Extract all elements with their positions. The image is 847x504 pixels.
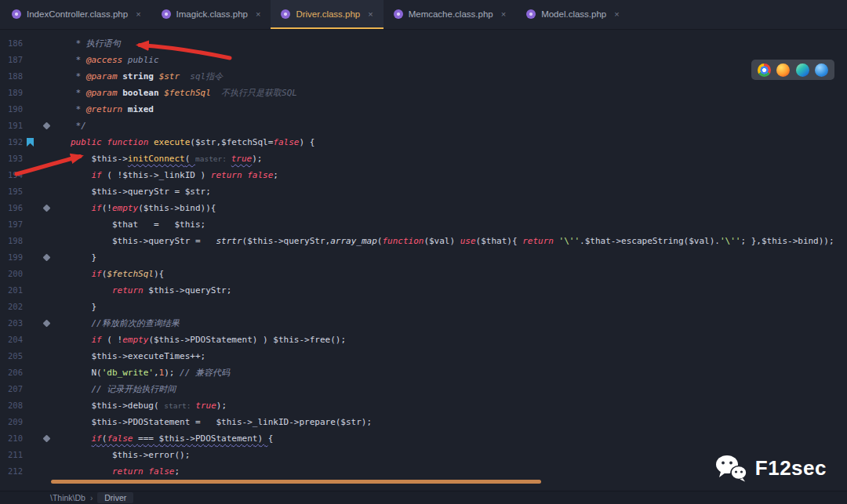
edge-icon[interactable]	[796, 63, 809, 77]
code-row[interactable]: 193 $this->initConnect( master: true);	[0, 150, 847, 167]
code-row[interactable]: 199 }	[0, 249, 847, 266]
close-icon[interactable]: ×	[136, 9, 140, 19]
line-number: 200	[0, 266, 27, 282]
code-row[interactable]: 203 //释放前次的查询结果	[0, 315, 847, 332]
code-row[interactable]: 196 if(!empty($this->bind)){	[0, 200, 847, 216]
code-line: $this->queryStr = $str;	[71, 183, 211, 200]
code-row[interactable]: 194 if ( !$this->_linkID ) return false;	[0, 167, 847, 183]
browser-toolbar	[751, 60, 834, 80]
blue-browser-icon[interactable]	[815, 63, 828, 77]
gutter-slot	[44, 364, 64, 381]
code-row[interactable]: 192public function execute($str,$fetchSq…	[0, 134, 847, 150]
gutter-slot	[44, 447, 64, 463]
code-line: $this->initConnect( master: true);	[71, 150, 262, 167]
close-icon[interactable]: ×	[614, 9, 619, 19]
code-row[interactable]: 210 if(false === $this->PDOStatement) {	[0, 430, 847, 447]
code-line: public function execute($str,$fetchSql=f…	[71, 134, 314, 150]
breadcrumb-root[interactable]: \Think\Db	[50, 493, 85, 502]
code-line: return $this->queryStr;	[71, 282, 231, 299]
gutter-slot	[27, 35, 44, 52]
line-number: 189	[0, 85, 27, 101]
line-number: 197	[0, 216, 27, 233]
gutter-slot	[27, 233, 44, 249]
gutter-slot	[44, 299, 64, 315]
horizontal-scrollbar[interactable]	[51, 480, 541, 484]
line-number: 193	[0, 150, 27, 167]
gutter-slot	[44, 249, 64, 266]
fold-marker-icon[interactable]	[43, 254, 51, 262]
gutter-slot	[27, 397, 44, 414]
code-row[interactable]: 188 * @param string $str sql指令	[0, 68, 847, 85]
code-row[interactable]: 202 }	[0, 299, 847, 315]
code-row[interactable]: 191 */	[0, 118, 847, 134]
code-line: if($fetchSql){	[71, 266, 164, 282]
gutter-slot	[44, 85, 64, 101]
gutter-slot	[27, 299, 44, 315]
line-number: 201	[0, 282, 27, 299]
code-row[interactable]: 205 $this->executeTimes++;	[0, 348, 847, 364]
line-number: 211	[0, 447, 27, 463]
breadcrumb-item[interactable]: Driver	[97, 492, 133, 503]
fold-marker-icon[interactable]	[43, 435, 51, 443]
code-row[interactable]: 207 // 记录开始执行时间	[0, 381, 847, 397]
line-number: 206	[0, 364, 27, 381]
wechat-logo-icon	[714, 454, 748, 482]
line-number: 188	[0, 68, 27, 85]
gutter-slot	[27, 266, 44, 282]
gutter-slot	[44, 463, 64, 480]
gutter-slot	[27, 430, 44, 447]
close-icon[interactable]: ×	[368, 9, 373, 19]
chevron-right-icon: ›	[90, 494, 93, 502]
code-row[interactable]: 190 * @return mixed	[0, 101, 847, 118]
code-row[interactable]: 206 N('db_write',1); // 兼容代码	[0, 364, 847, 381]
code-row[interactable]: 195 $this->queryStr = $str;	[0, 183, 847, 200]
chrome-icon[interactable]	[758, 63, 771, 77]
gutter-slot	[27, 118, 44, 134]
gutter-slot	[27, 315, 44, 332]
fold-marker-icon[interactable]	[43, 205, 51, 212]
line-number: 194	[0, 167, 27, 183]
code-row[interactable]: 208 $this->debug( start: true);	[0, 397, 847, 414]
fold-marker-icon[interactable]	[43, 122, 51, 130]
php-class-icon	[526, 9, 536, 19]
code-line: * @return mixed	[71, 101, 154, 118]
code-row[interactable]: 209 $this->PDOStatement = $this->_linkID…	[0, 414, 847, 430]
gutter-slot	[27, 200, 44, 216]
gutter-marker-icon[interactable]	[27, 138, 34, 147]
gutter-slot	[44, 183, 64, 200]
code-row[interactable]: 198 $this->queryStr = strtr($this->query…	[0, 233, 847, 249]
gutter-slot	[44, 118, 64, 134]
gutter-slot	[44, 315, 64, 332]
fold-marker-icon[interactable]	[43, 320, 51, 328]
tab-Memcache-class-php[interactable]: Memcache.class.php×	[384, 0, 516, 29]
gutter-slot	[27, 463, 44, 480]
code-row[interactable]: 197 $that = $this;	[0, 216, 847, 233]
gutter-slot	[27, 414, 44, 430]
gutter-slot	[27, 101, 44, 118]
code-line: return false;	[71, 463, 180, 480]
tab-Model-class-php[interactable]: Model.class.php×	[516, 0, 630, 29]
close-icon[interactable]: ×	[256, 9, 260, 19]
code-row[interactable]: 187 * @access public	[0, 52, 847, 68]
gutter-slot	[44, 216, 64, 233]
code-row[interactable]: 204 if ( !empty($this->PDOStatement) ) $…	[0, 332, 847, 348]
php-class-icon	[281, 9, 290, 19]
tab-IndexController-class-php[interactable]: IndexController.class.php×	[2, 0, 151, 29]
line-number: 190	[0, 101, 27, 118]
code-row[interactable]: 186 * 执行语句	[0, 35, 847, 52]
brand-watermark: F12sec	[714, 454, 827, 482]
line-number: 192	[0, 134, 27, 150]
firefox-icon[interactable]	[776, 63, 790, 77]
tab-Driver-class-php[interactable]: Driver.class.php×	[271, 0, 383, 29]
gutter-slot	[44, 332, 64, 348]
code-row[interactable]: 200 if($fetchSql){	[0, 266, 847, 282]
code-row[interactable]: 189 * @param boolean $fetchSql 不执行只是获取SQ…	[0, 85, 847, 101]
code-row[interactable]: 201 return $this->queryStr;	[0, 282, 847, 299]
code-editor[interactable]: 186 * 执行语句187 * @access public188 * @par…	[0, 29, 847, 491]
code-line: //释放前次的查询结果	[71, 315, 180, 332]
close-icon[interactable]: ×	[501, 9, 506, 19]
tab-Imagick-class-php[interactable]: Imagick.class.php×	[151, 0, 271, 29]
code-line: }	[71, 299, 96, 315]
gutter-slot	[27, 332, 44, 348]
gutter-slot	[44, 200, 64, 216]
